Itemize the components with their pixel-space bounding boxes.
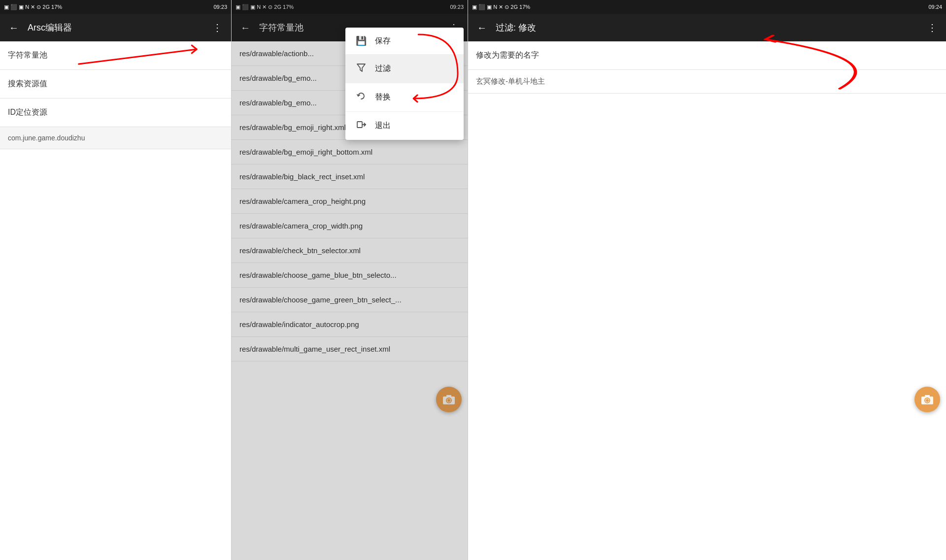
app-bar-right: ← 过滤: 修改 ⋮	[468, 14, 946, 41]
time-display-right: 09:24	[928, 4, 942, 10]
panel-middle: ▣ ⬛ ▣ N ✕ ⊙ 2G 17% 09:23 ← 字符常量池 ⋮ res/d…	[232, 0, 468, 560]
dropdown-replace-label: 替换	[375, 92, 391, 102]
status-bar-time: 09:23	[213, 4, 227, 10]
left-content: 字符常量池 搜索资源值 ID定位资源 com.june.game.doudizh…	[0, 41, 231, 560]
menu-item-search-resource[interactable]: 搜索资源值	[0, 70, 231, 99]
right-content: 修改为需要的名字 玄冥修改-单机斗地主	[468, 41, 946, 560]
more-button-right[interactable]: ⋮	[924, 22, 940, 33]
back-button-right[interactable]: ←	[474, 22, 490, 33]
exit-icon	[355, 120, 367, 132]
dropdown-exit[interactable]: 退出	[345, 112, 464, 140]
dropdown-menu: 💾 保存 过滤 替换 退出	[345, 28, 464, 140]
package-name-row: com.june.game.doudizhu	[0, 127, 231, 149]
svg-rect-11	[925, 395, 930, 397]
svg-rect-2	[357, 122, 362, 128]
dropdown-filter-label: 过滤	[375, 64, 391, 74]
dropdown-save[interactable]: 💾 保存	[345, 28, 464, 55]
app-bar-left: ← Arsc编辑器 ⋮	[0, 14, 231, 41]
status-icons-right: ▣ ⬛ ▣ N ✕ ⊙ 2G 17%	[472, 4, 530, 10]
time-display: 09:23	[213, 4, 227, 10]
svg-marker-1	[357, 64, 365, 71]
panel-left: ▣ ⬛ ▣ N ✕ ⊙ 2G 17% 09:23 ← Arsc编辑器 ⋮ 字符常…	[0, 0, 232, 560]
more-button-left[interactable]: ⋮	[209, 22, 225, 33]
menu-item-string-pool[interactable]: 字符常量池	[0, 41, 231, 70]
status-bar-time-right: 09:24	[928, 4, 942, 10]
panel-right: ▣ ⬛ ▣ N ✕ ⊙ 2G 17% 09:24 ← 过滤: 修改 ⋮ 修改为需…	[468, 0, 946, 560]
camera-icon-right	[920, 393, 934, 406]
filter-icon	[355, 63, 367, 75]
filter-sub-text: 玄冥修改-单机斗地主	[468, 70, 946, 94]
menu-item-id-locate[interactable]: ID定位资源	[0, 99, 231, 127]
status-icons: ▣ ⬛ ▣ N ✕ ⊙ 2G 17%	[4, 4, 62, 10]
dropdown-exit-label: 退出	[375, 121, 391, 131]
dropdown-save-label: 保存	[375, 36, 391, 46]
svg-point-10	[926, 399, 929, 402]
app-title-right: 过滤: 修改	[496, 22, 918, 33]
dropdown-replace[interactable]: 替换	[345, 83, 464, 112]
status-bar-left-icons: ▣ ⬛ ▣ N ✕ ⊙ 2G 17%	[4, 4, 62, 10]
camera-fab-right[interactable]	[914, 387, 940, 412]
replace-icon	[355, 91, 367, 103]
app-title-left: Arsc编辑器	[28, 22, 203, 33]
back-button-left[interactable]: ←	[6, 22, 22, 33]
status-bar-right: ▣ ⬛ ▣ N ✕ ⊙ 2G 17% 09:24	[468, 0, 946, 14]
status-bar-left: ▣ ⬛ ▣ N ✕ ⊙ 2G 17% 09:23	[0, 0, 231, 14]
status-bar-right-icons: ▣ ⬛ ▣ N ✕ ⊙ 2G 17%	[472, 4, 530, 10]
filter-label-main: 修改为需要的名字	[468, 41, 946, 70]
save-icon: 💾	[355, 35, 367, 46]
dropdown-filter[interactable]: 过滤	[345, 55, 464, 83]
